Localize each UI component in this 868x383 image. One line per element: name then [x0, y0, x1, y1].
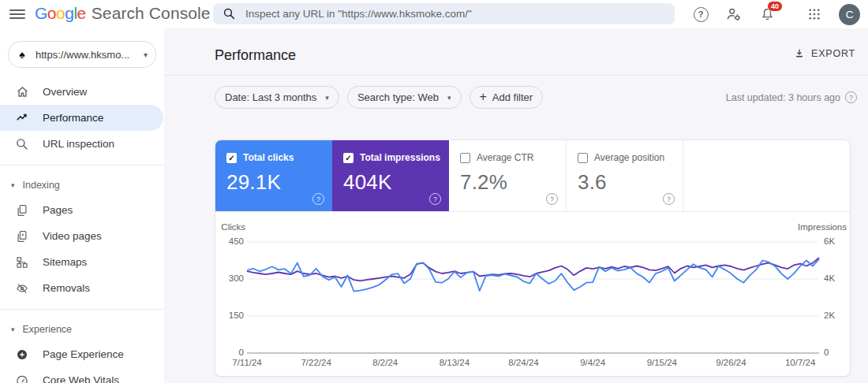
sidebar-item-label: Core Web Vitals: [43, 374, 119, 383]
topbar-icon-group: ? 40: [692, 0, 860, 28]
total-clicks-card[interactable]: Total clicks 29.1K ?: [215, 140, 332, 211]
property-selector[interactable]: ♠ https://www.hksmo... ▾: [8, 41, 156, 68]
download-icon: [793, 47, 806, 60]
section-label: Indexing: [23, 180, 60, 191]
sidebar-item-label: Pages: [43, 204, 73, 216]
metric-label: Average CTR: [477, 152, 533, 163]
x-axis-tick: 8/2/24: [372, 358, 398, 367]
average-position-card[interactable]: Average position 3.6 ?: [566, 140, 683, 211]
chevron-down-icon: ▾: [325, 94, 329, 102]
search-type-filter-chip[interactable]: Search type: Web ▾: [347, 86, 462, 109]
sidebar-item-performance[interactable]: Performance: [0, 105, 163, 131]
total-clicks-checkbox[interactable]: [226, 153, 237, 163]
pages-icon: [14, 203, 30, 218]
search-icon: [223, 7, 236, 20]
chevron-down-icon: ▾: [11, 325, 15, 333]
sidebar-section-experience[interactable]: ▾ Experience: [0, 318, 164, 341]
sidebar-item-label: URL inspection: [43, 138, 114, 150]
removals-icon: [14, 281, 30, 296]
filter-bar: Date: Last 3 months ▾ Search type: Web ▾…: [215, 86, 543, 109]
x-axis-tick: 7/22/24: [301, 358, 331, 367]
core-web-vitals-icon: [14, 373, 30, 383]
x-axis-tick: 10/7/24: [785, 358, 815, 367]
sidebar-item-core-web-vitals[interactable]: Core Web Vitals: [0, 367, 164, 383]
x-axis-tick: 8/24/24: [508, 358, 538, 367]
sidebar: ♠ https://www.hksmo... ▾ Overview Perfor…: [0, 28, 164, 383]
export-button[interactable]: EXPORT: [793, 47, 855, 60]
sitemaps-icon: [14, 255, 30, 270]
help-circle-icon[interactable]: ?: [429, 191, 441, 206]
product-name: Search Console: [92, 4, 211, 23]
export-label: EXPORT: [811, 48, 855, 59]
sidebar-item-label: Video pages: [43, 230, 102, 242]
sidebar-item-label: Removals: [43, 282, 90, 294]
sidebar-item-label: Sitemaps: [43, 256, 87, 268]
metric-label: Total clicks: [243, 152, 294, 163]
chip-label: Add filter: [492, 91, 533, 103]
url-inspect-searchbar[interactable]: [213, 3, 675, 24]
help-circle-icon[interactable]: ?: [663, 191, 675, 206]
trending-up-icon: [14, 110, 30, 126]
property-label: https://www.hksmo...: [36, 49, 140, 61]
page-title: Performance: [215, 47, 296, 64]
date-filter-chip[interactable]: Date: Last 3 months ▾: [215, 86, 339, 109]
sidebar-item-overview[interactable]: Overview: [0, 79, 164, 105]
section-label: Experience: [23, 324, 73, 335]
metric-row: Total clicks 29.1K ? Total impressions 4…: [215, 140, 850, 212]
page-experience-icon: [14, 347, 30, 363]
chevron-down-icon: ▾: [447, 94, 451, 102]
help-circle-icon[interactable]: ?: [312, 191, 324, 206]
sidebar-item-label: Page Experience: [43, 348, 124, 360]
avatar[interactable]: C: [839, 4, 860, 25]
sidebar-item-url-inspection[interactable]: URL inspection: [0, 131, 164, 157]
sidebar-item-label: Overview: [43, 86, 87, 98]
search-icon: [14, 136, 30, 152]
help-icon[interactable]: ?: [692, 6, 709, 23]
notifications-bell-icon[interactable]: 40: [758, 6, 776, 23]
chevron-down-icon: ▾: [11, 181, 15, 189]
average-position-checkbox[interactable]: [578, 153, 588, 163]
account-settings-icon[interactable]: [725, 6, 743, 23]
help-circle-icon[interactable]: ?: [546, 191, 558, 206]
divider: [0, 309, 164, 310]
help-circle-icon[interactable]: ?: [845, 91, 857, 103]
average-ctr-card[interactable]: Average CTR 7.2% ?: [449, 140, 566, 211]
chip-label: Search type: Web: [357, 91, 439, 103]
performance-chart-svg: [215, 211, 851, 377]
average-ctr-checkbox[interactable]: [460, 153, 470, 163]
x-axis-tick: 9/26/24: [716, 358, 746, 367]
metric-label: Total impressions: [360, 152, 440, 163]
notifications-badge: 40: [767, 1, 783, 12]
main-content: Performance EXPORT Date: Last 3 months ▾…: [164, 28, 868, 383]
x-axis-tick: 8/13/24: [440, 358, 470, 367]
sidebar-item-video-pages[interactable]: Video pages: [0, 223, 164, 249]
url-inspect-input[interactable]: [244, 7, 665, 20]
google-search-console-app: Google Search Console ?: [0, 0, 868, 383]
metric-label: Average position: [594, 152, 664, 163]
add-filter-chip[interactable]: + Add filter: [470, 86, 544, 109]
performance-chart[interactable]: Clicks Impressions 450 300 150 0 6K 4K 2…: [215, 211, 851, 377]
sidebar-item-pages[interactable]: Pages: [0, 197, 164, 223]
total-impressions-checkbox[interactable]: [343, 153, 354, 163]
top-app-bar: Google Search Console ?: [0, 0, 868, 28]
sidebar-item-page-experience[interactable]: Page Experience: [0, 341, 164, 367]
sidebar-item-label: Performance: [43, 112, 103, 124]
metric-card-empty: [683, 140, 850, 211]
x-axis-tick: 7/11/24: [232, 358, 262, 367]
total-impressions-card[interactable]: Total impressions 404K ?: [332, 140, 449, 211]
performance-card: Total clicks 29.1K ? Total impressions 4…: [215, 139, 851, 377]
home-icon: [14, 84, 30, 100]
sidebar-item-sitemaps[interactable]: Sitemaps: [0, 249, 164, 275]
sidebar-section-indexing[interactable]: ▾ Indexing: [0, 173, 164, 197]
sidebar-item-removals[interactable]: Removals: [0, 275, 164, 301]
x-axis-tick: 9/15/24: [647, 358, 677, 367]
app-logo[interactable]: Google Search Console: [35, 4, 211, 23]
apps-grid-icon[interactable]: [806, 6, 823, 23]
x-axis-tick: 9/4/24: [580, 358, 605, 367]
chevron-down-icon: ▾: [144, 50, 148, 59]
hamburger-menu-icon[interactable]: [9, 7, 25, 20]
divider: [0, 165, 164, 165]
spade-favicon-icon: ♠: [15, 47, 29, 61]
google-logo: Google: [35, 4, 86, 23]
plus-icon: +: [480, 91, 487, 103]
